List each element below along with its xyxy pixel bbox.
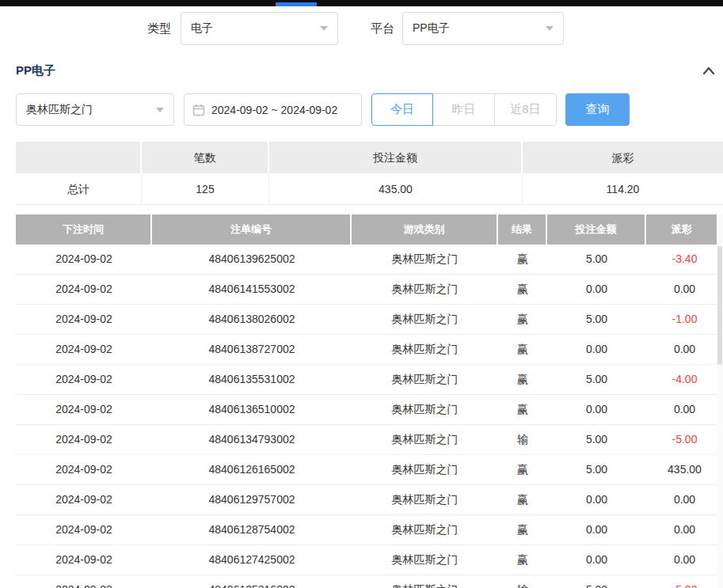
summary-total-label: 总计 <box>16 173 142 205</box>
summary-total-bet-amount: 435.00 <box>269 173 523 205</box>
table-row: 2024-09-0248406138026002奥林匹斯之门赢5.00-1.00 <box>16 305 723 335</box>
table-row: 2024-09-0248406129757002奥林匹斯之门赢0.000.00 <box>16 485 723 515</box>
cell-bet-time: 2024-09-02 <box>16 455 152 484</box>
cell-bet-time: 2024-09-02 <box>16 545 152 575</box>
table-row: 2024-09-0248406125316002奥林匹斯之门输5.00-5.00 <box>16 575 723 588</box>
table-row: 2024-09-0248406128754002奥林匹斯之门赢0.000.00 <box>16 515 723 545</box>
scrollbar-thumb[interactable] <box>717 246 722 365</box>
cell-result: 赢 <box>498 395 547 424</box>
quick-button-last8days[interactable]: 近8日 <box>494 93 557 126</box>
cell-result: 赢 <box>498 485 547 514</box>
chevron-up-icon <box>702 66 715 75</box>
cell-game-category: 奥林匹斯之门 <box>352 425 498 454</box>
cell-game-category: 奥林匹斯之门 <box>352 245 498 274</box>
cell-bet-time: 2024-09-02 <box>16 365 152 394</box>
cell-bet-amount: 0.00 <box>547 545 646 575</box>
cell-payout: 0.00 <box>646 515 723 544</box>
cell-bet-time: 2024-09-02 <box>16 245 152 274</box>
cell-bet-amount: 5.00 <box>547 245 646 274</box>
chevron-down-icon <box>156 108 164 112</box>
bet-table-body: 2024-09-0248406139625002奥林匹斯之门赢5.00-3.40… <box>16 245 723 588</box>
table-row: 2024-09-0248406135531002奥林匹斯之门赢5.00-4.00 <box>16 365 723 395</box>
table-row: 2024-09-0248406139625002奥林匹斯之门赢5.00-3.40 <box>16 245 723 275</box>
cell-order-no: 48406134793002 <box>152 425 352 454</box>
platform-select-value: PP电子 <box>413 21 539 36</box>
cell-order-no: 48406128754002 <box>152 515 352 544</box>
date-range-picker[interactable]: 2024-09-02 ~ 2024-09-02 <box>184 93 362 126</box>
table-row: 2024-09-0248406141553002奥林匹斯之门赢0.000.00 <box>16 275 723 305</box>
cell-order-no: 48406138727002 <box>152 335 352 364</box>
cell-payout: 435.00 <box>646 455 723 484</box>
top-navigation-bar <box>0 0 723 6</box>
chevron-down-icon <box>546 26 554 31</box>
cell-payout: -1.00 <box>646 305 723 334</box>
table-row: 2024-09-0248406134793002奥林匹斯之门输5.00-5.00 <box>16 425 723 455</box>
cell-game-category: 奥林匹斯之门 <box>352 455 498 484</box>
cell-bet-amount: 5.00 <box>547 455 646 484</box>
search-button[interactable]: 查询 <box>565 93 630 126</box>
table-row: 2024-09-0248406126165002奥林匹斯之门赢5.00435.0… <box>16 455 723 485</box>
cell-bet-amount: 0.00 <box>547 335 646 364</box>
cell-bet-amount: 5.00 <box>547 365 646 394</box>
cell-order-no: 48406127425002 <box>152 545 352 575</box>
cell-result: 赢 <box>498 275 547 304</box>
type-label: 类型 <box>147 12 171 45</box>
cell-bet-amount: 0.00 <box>547 485 646 514</box>
header-bet-time: 下注时间 <box>16 214 152 245</box>
cell-payout: 0.00 <box>646 335 723 364</box>
cell-payout: 0.00 <box>646 395 723 424</box>
cell-order-no: 48406125316002 <box>152 575 352 588</box>
cell-game-category: 奥林匹斯之门 <box>352 335 498 364</box>
platform-label: 平台 <box>371 12 394 45</box>
cell-bet-time: 2024-09-02 <box>16 575 152 588</box>
summary-total-payout: 114.20 <box>523 173 723 205</box>
cell-bet-time: 2024-09-02 <box>16 485 152 514</box>
cell-payout: 0.00 <box>646 485 723 514</box>
cell-bet-time: 2024-09-02 <box>16 395 152 424</box>
cell-result: 赢 <box>498 305 547 334</box>
cell-game-category: 奥林匹斯之门 <box>352 365 498 394</box>
active-tab-indicator <box>276 2 317 6</box>
cell-result: 输 <box>498 425 547 454</box>
cell-result: 赢 <box>498 245 547 274</box>
section-title: PP电子 <box>16 63 55 78</box>
scrollbar[interactable] <box>717 214 723 588</box>
bet-table: 下注时间 注单编号 游戏类别 结果 投注金额 派彩 2024-09-024840… <box>16 214 723 588</box>
cell-bet-amount: 0.00 <box>547 275 646 304</box>
quick-button-yesterday[interactable]: 昨日 <box>432 93 495 126</box>
cell-bet-time: 2024-09-02 <box>16 305 152 334</box>
cell-game-category: 奥林匹斯之门 <box>352 515 498 544</box>
summary-header-empty <box>16 142 142 173</box>
summary-header-count: 笔数 <box>142 142 269 173</box>
cell-order-no: 48406139625002 <box>152 245 352 274</box>
game-select[interactable]: 奥林匹斯之门 <box>16 93 174 126</box>
quick-button-today[interactable]: 今日 <box>371 93 433 126</box>
cell-bet-amount: 5.00 <box>547 425 646 454</box>
cell-result: 输 <box>498 575 547 588</box>
header-bet-amount: 投注金额 <box>547 214 646 245</box>
cell-bet-amount: 5.00 <box>547 575 646 588</box>
section-header: PP电子 <box>0 62 723 79</box>
table-row: 2024-09-0248406127425002奥林匹斯之门赢0.000.00 <box>16 545 723 575</box>
cell-payout: -4.00 <box>646 365 723 394</box>
cell-bet-amount: 5.00 <box>547 305 646 334</box>
type-select[interactable]: 电子 <box>181 12 338 45</box>
cell-result: 赢 <box>498 335 547 364</box>
bet-table-header: 下注时间 注单编号 游戏类别 结果 投注金额 派彩 <box>16 214 717 245</box>
cell-bet-time: 2024-09-02 <box>16 335 152 364</box>
cell-game-category: 奥林匹斯之门 <box>352 275 498 304</box>
cell-bet-time: 2024-09-02 <box>16 515 152 544</box>
cell-order-no: 48406129757002 <box>152 485 352 514</box>
summary-header-row: 笔数 投注金额 派彩 <box>16 142 723 173</box>
cell-game-category: 奥林匹斯之门 <box>352 395 498 424</box>
cell-order-no: 48406126165002 <box>152 455 352 484</box>
game-select-value: 奥林匹斯之门 <box>26 103 150 117</box>
cell-order-no: 48406141553002 <box>152 275 352 304</box>
cell-bet-amount: 0.00 <box>547 395 646 424</box>
cell-order-no: 48406136510002 <box>152 395 352 424</box>
cell-payout: -5.00 <box>646 425 723 454</box>
collapse-section-button[interactable] <box>699 62 718 79</box>
platform-select[interactable]: PP电子 <box>402 12 564 45</box>
cell-game-category: 奥林匹斯之门 <box>352 485 498 514</box>
cell-bet-amount: 0.00 <box>547 515 646 544</box>
